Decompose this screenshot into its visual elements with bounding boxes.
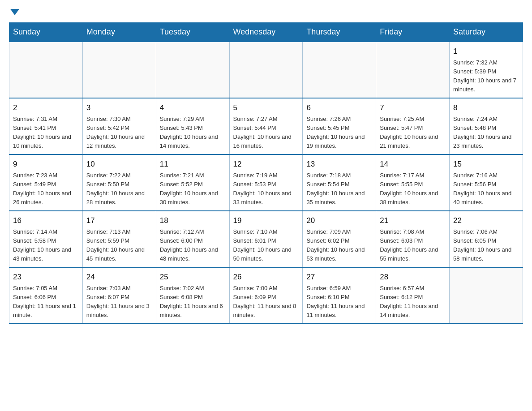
calendar-week-row: 9Sunrise: 7:23 AM Sunset: 5:49 PM Daylig… (9, 154, 523, 211)
calendar-table: SundayMondayTuesdayWednesdayThursdayFrid… (9, 22, 523, 324)
calendar-cell: 11Sunrise: 7:21 AM Sunset: 5:52 PM Dayli… (156, 154, 229, 211)
day-number: 2 (13, 102, 79, 114)
calendar-cell: 4Sunrise: 7:29 AM Sunset: 5:43 PM Daylig… (156, 98, 229, 154)
calendar-cell (303, 42, 376, 98)
calendar-cell: 5Sunrise: 7:27 AM Sunset: 5:44 PM Daylig… (229, 98, 303, 154)
day-info: Sunrise: 7:13 AM Sunset: 5:59 PM Dayligh… (86, 227, 152, 264)
day-number: 7 (380, 102, 446, 114)
logo-arrow-icon (10, 9, 19, 15)
day-info: Sunrise: 7:09 AM Sunset: 6:02 PM Dayligh… (306, 227, 372, 264)
calendar-cell: 6Sunrise: 7:26 AM Sunset: 5:45 PM Daylig… (303, 98, 376, 154)
calendar-cell: 9Sunrise: 7:23 AM Sunset: 5:49 PM Daylig… (9, 154, 83, 211)
day-info: Sunrise: 7:03 AM Sunset: 6:07 PM Dayligh… (86, 284, 152, 320)
calendar-cell: 2Sunrise: 7:31 AM Sunset: 5:41 PM Daylig… (9, 98, 83, 154)
day-of-week-header: Friday (376, 23, 450, 42)
day-info: Sunrise: 7:19 AM Sunset: 5:53 PM Dayligh… (233, 171, 299, 207)
day-info: Sunrise: 7:08 AM Sunset: 6:03 PM Dayligh… (380, 227, 446, 264)
day-info: Sunrise: 7:30 AM Sunset: 5:42 PM Dayligh… (86, 115, 152, 151)
day-number: 18 (160, 215, 226, 227)
day-number: 28 (380, 271, 446, 283)
calendar-cell: 26Sunrise: 7:00 AM Sunset: 6:09 PM Dayli… (229, 267, 303, 324)
calendar-cell (450, 267, 523, 324)
day-of-week-header: Wednesday (229, 23, 303, 42)
day-of-week-header: Sunday (9, 23, 83, 42)
day-info: Sunrise: 7:29 AM Sunset: 5:43 PM Dayligh… (160, 115, 226, 151)
calendar-cell: 13Sunrise: 7:18 AM Sunset: 5:54 PM Dayli… (303, 154, 376, 211)
day-info: Sunrise: 7:06 AM Sunset: 6:05 PM Dayligh… (453, 227, 519, 264)
day-number: 5 (233, 102, 299, 114)
day-number: 13 (306, 158, 372, 170)
calendar-cell (9, 42, 83, 98)
day-info: Sunrise: 7:23 AM Sunset: 5:49 PM Dayligh… (13, 171, 79, 207)
calendar-header-row: SundayMondayTuesdayWednesdayThursdayFrid… (9, 23, 523, 42)
day-info: Sunrise: 7:24 AM Sunset: 5:48 PM Dayligh… (453, 115, 519, 151)
day-info: Sunrise: 7:10 AM Sunset: 6:01 PM Dayligh… (233, 227, 299, 264)
calendar-cell: 21Sunrise: 7:08 AM Sunset: 6:03 PM Dayli… (376, 211, 450, 267)
day-info: Sunrise: 7:17 AM Sunset: 5:55 PM Dayligh… (380, 171, 446, 207)
day-info: Sunrise: 6:59 AM Sunset: 6:10 PM Dayligh… (306, 284, 372, 320)
calendar-cell: 28Sunrise: 6:57 AM Sunset: 6:12 PM Dayli… (376, 267, 450, 324)
calendar-cell: 19Sunrise: 7:10 AM Sunset: 6:01 PM Dayli… (229, 211, 303, 267)
day-of-week-header: Tuesday (156, 23, 229, 42)
day-number: 3 (86, 102, 152, 114)
day-number: 27 (306, 271, 372, 283)
page-header (9, 9, 523, 15)
calendar-cell: 1Sunrise: 7:32 AM Sunset: 5:39 PM Daylig… (450, 42, 523, 98)
calendar-week-row: 1Sunrise: 7:32 AM Sunset: 5:39 PM Daylig… (9, 42, 523, 98)
day-info: Sunrise: 7:25 AM Sunset: 5:47 PM Dayligh… (380, 115, 446, 151)
calendar-cell: 20Sunrise: 7:09 AM Sunset: 6:02 PM Dayli… (303, 211, 376, 267)
calendar-cell: 16Sunrise: 7:14 AM Sunset: 5:58 PM Dayli… (9, 211, 83, 267)
calendar-week-row: 16Sunrise: 7:14 AM Sunset: 5:58 PM Dayli… (9, 211, 523, 267)
day-number: 12 (233, 158, 299, 170)
day-number: 17 (86, 215, 152, 227)
day-number: 10 (86, 158, 152, 170)
calendar-cell: 8Sunrise: 7:24 AM Sunset: 5:48 PM Daylig… (450, 98, 523, 154)
day-info: Sunrise: 7:00 AM Sunset: 6:09 PM Dayligh… (233, 284, 299, 320)
day-number: 21 (380, 215, 446, 227)
day-number: 26 (233, 271, 299, 283)
calendar-cell: 7Sunrise: 7:25 AM Sunset: 5:47 PM Daylig… (376, 98, 450, 154)
day-number: 20 (306, 215, 372, 227)
calendar-cell: 18Sunrise: 7:12 AM Sunset: 6:00 PM Dayli… (156, 211, 229, 267)
day-info: Sunrise: 7:22 AM Sunset: 5:50 PM Dayligh… (86, 171, 152, 207)
calendar-cell (82, 42, 156, 98)
day-info: Sunrise: 7:14 AM Sunset: 5:58 PM Dayligh… (13, 227, 79, 264)
day-number: 11 (160, 158, 226, 170)
calendar-cell: 25Sunrise: 7:02 AM Sunset: 6:08 PM Dayli… (156, 267, 229, 324)
logo (9, 9, 21, 15)
day-number: 14 (380, 158, 446, 170)
day-number: 9 (13, 158, 79, 170)
calendar-week-row: 23Sunrise: 7:05 AM Sunset: 6:06 PM Dayli… (9, 267, 523, 324)
calendar-cell: 22Sunrise: 7:06 AM Sunset: 6:05 PM Dayli… (450, 211, 523, 267)
day-number: 19 (233, 215, 299, 227)
calendar-cell: 17Sunrise: 7:13 AM Sunset: 5:59 PM Dayli… (82, 211, 156, 267)
calendar-cell: 3Sunrise: 7:30 AM Sunset: 5:42 PM Daylig… (82, 98, 156, 154)
day-number: 6 (306, 102, 372, 114)
calendar-cell (229, 42, 303, 98)
day-number: 25 (160, 271, 226, 283)
day-number: 22 (453, 215, 519, 227)
calendar-cell (156, 42, 229, 98)
day-info: Sunrise: 7:31 AM Sunset: 5:41 PM Dayligh… (13, 115, 79, 151)
day-info: Sunrise: 6:57 AM Sunset: 6:12 PM Dayligh… (380, 284, 446, 320)
calendar-cell: 14Sunrise: 7:17 AM Sunset: 5:55 PM Dayli… (376, 154, 450, 211)
day-number: 16 (13, 215, 79, 227)
calendar-cell: 23Sunrise: 7:05 AM Sunset: 6:06 PM Dayli… (9, 267, 83, 324)
day-of-week-header: Monday (82, 23, 156, 42)
day-of-week-header: Saturday (450, 23, 523, 42)
day-number: 24 (86, 271, 152, 283)
day-number: 23 (13, 271, 79, 283)
day-info: Sunrise: 7:02 AM Sunset: 6:08 PM Dayligh… (160, 284, 226, 320)
calendar-cell: 27Sunrise: 6:59 AM Sunset: 6:10 PM Dayli… (303, 267, 376, 324)
day-number: 8 (453, 102, 519, 114)
day-info: Sunrise: 7:05 AM Sunset: 6:06 PM Dayligh… (13, 284, 79, 320)
calendar-cell (376, 42, 450, 98)
calendar-cell: 24Sunrise: 7:03 AM Sunset: 6:07 PM Dayli… (82, 267, 156, 324)
day-number: 1 (453, 46, 519, 57)
day-info: Sunrise: 7:32 AM Sunset: 5:39 PM Dayligh… (453, 58, 519, 94)
calendar-cell: 12Sunrise: 7:19 AM Sunset: 5:53 PM Dayli… (229, 154, 303, 211)
day-info: Sunrise: 7:18 AM Sunset: 5:54 PM Dayligh… (306, 171, 372, 207)
day-info: Sunrise: 7:26 AM Sunset: 5:45 PM Dayligh… (306, 115, 372, 151)
calendar-cell: 10Sunrise: 7:22 AM Sunset: 5:50 PM Dayli… (82, 154, 156, 211)
day-info: Sunrise: 7:12 AM Sunset: 6:00 PM Dayligh… (160, 227, 226, 264)
